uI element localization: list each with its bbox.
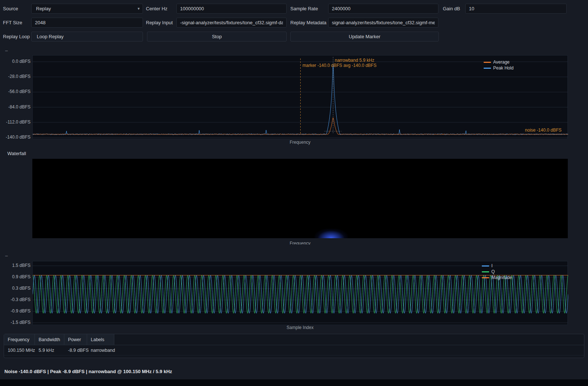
legend-item-average[interactable]: Average [484,60,509,65]
sample-rate-label: Sample Rate [290,4,318,14]
time-y-tick: 0.3 dBFS [0,286,31,291]
replay-input-field[interactable] [176,18,287,28]
gain-db-label: Gain dB [443,4,460,14]
status-bar: Noise -140.0 dBFS | Peak -8.9 dBFS | nar… [4,369,172,374]
time-x-axis-label: Sample Index [32,325,568,330]
signal-analyzer-window: Source Replay ▾ Center Hz Sample Rate Ga… [0,0,588,386]
signals-table: Frequency Bandwidth Power Labels 100.150… [4,334,584,358]
time-collapse-toggle[interactable]: – [5,254,8,258]
cell-labels: narrowband [87,345,114,355]
source-select-value: Replay [36,6,51,11]
gain-db-input[interactable] [465,4,567,14]
legend-label: I [491,263,492,268]
spectrum-y-tick: 0.0 dBFS [0,59,31,64]
signals-table-header: Frequency Bandwidth Power Labels [4,334,584,345]
legend-label: Magnitude [491,275,512,280]
col-header-power: Power [64,334,87,345]
time-y-tick: -1.5 dBFS [0,320,31,325]
legend-label: Peak Hold [493,65,513,71]
time-plot[interactable]: I Q Magnitude [32,261,568,325]
spectrum-x-axis-label: Frequency [32,140,568,145]
time-y-tick: -0.9 dBFS [0,308,31,314]
legend-label: Q [491,269,495,274]
col-header-frequency: Frequency [4,334,35,345]
magnitude-swatch-icon [482,277,489,278]
loop-replay-button[interactable]: Loop Replay [31,32,143,42]
replay-input-label: Replay Input [146,18,173,28]
peak-annotation: narrowband 5.9 kHz [335,58,374,63]
source-label: Source [3,4,18,14]
update-marker-button[interactable]: Update Marker [290,32,439,42]
legend-label: Average [493,60,509,65]
legend-item-i[interactable]: I [482,263,492,268]
replay-metadata-label: Replay Metadata [290,18,326,28]
legend-item-q[interactable]: Q [482,269,495,274]
center-hz-input[interactable] [176,4,287,14]
footer-strip [0,379,588,386]
chevron-down-icon: ▾ [137,4,140,13]
spectrum-plot[interactable]: narrowband 5.9 kHz marker -140.0 dBFS av… [32,55,568,139]
peak-hold-swatch-icon [484,68,491,69]
spectrum-y-tick: -112.0 dBFS [0,119,31,125]
legend-item-magnitude[interactable]: Magnitude [482,275,512,280]
center-hz-label: Center Hz [146,4,168,14]
fft-size-input[interactable] [31,18,143,28]
spectrum-y-tick: -140.0 dBFS [0,135,31,140]
replay-loop-label: Replay Loop [3,32,30,42]
legend-item-peak-hold[interactable]: Peak Hold [484,65,513,71]
q-swatch-icon [482,271,489,272]
time-y-tick: 0.9 dBFS [0,274,31,279]
col-header-bandwidth: Bandwidth [35,334,64,345]
cell-frequency: 100.150 MHz [4,345,35,355]
spectrum-y-tick: -84.0 dBFS [0,104,31,110]
waterfall-x-axis-label-clipped: Frequency [32,241,568,244]
average-swatch-icon [484,62,491,63]
cell-bandwidth: 5.9 kHz [35,345,64,355]
time-y-tick: 1.5 dBFS [0,263,31,268]
spectrum-y-tick: -28.0 dBFS [0,74,31,79]
table-row: 100.150 MHz 5.9 kHz -8.9 dBFS narrowband [4,345,584,355]
i-swatch-icon [482,265,489,267]
stop-button[interactable]: Stop [147,32,287,42]
waterfall-energy-blob [315,229,348,238]
replay-metadata-field[interactable] [328,18,438,28]
waterfall-plot[interactable] [32,159,568,238]
sample-rate-input[interactable] [328,4,438,14]
noise-annotation: noise -140.0 dBFS [525,128,562,133]
fft-size-label: FFT Size [3,18,22,28]
waterfall-title: Waterfall [7,151,26,156]
source-select[interactable]: Replay ▾ [31,4,143,14]
marker-annotation: marker -140.0 dBFS avg -140.0 dBFS [302,63,376,68]
cell-power: -8.9 dBFS [64,345,87,355]
spectrum-y-tick: -56.0 dBFS [0,89,31,94]
spectrum-collapse-toggle[interactable]: – [5,49,8,53]
time-y-tick: -0.3 dBFS [0,297,31,302]
col-header-labels: Labels [87,334,114,345]
